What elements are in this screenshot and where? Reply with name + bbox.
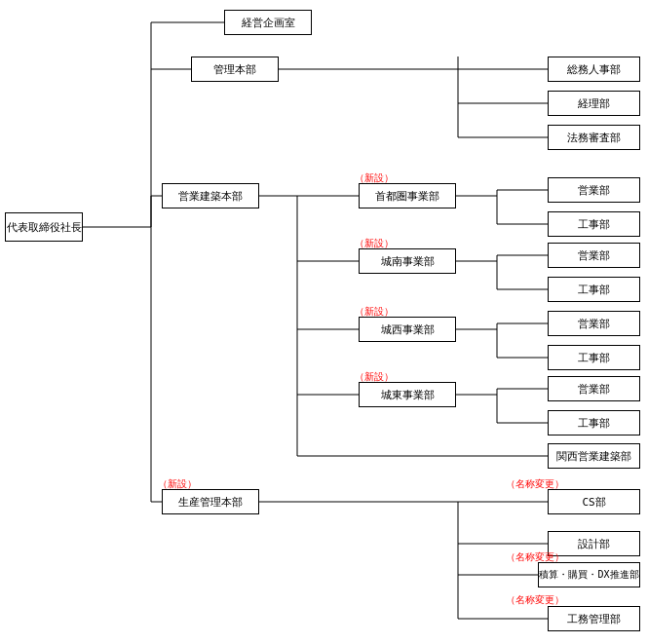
box-soumu: 総務人事部	[548, 57, 640, 82]
box-keiri: 経理部	[548, 91, 640, 116]
box-jonishi: 城西事業部	[359, 317, 456, 342]
box-johigashi-eigyo: 営業部	[548, 376, 640, 401]
box-kanri: 管理本部	[191, 57, 279, 82]
label-seisan-new: （新設）	[158, 477, 197, 491]
box-johigashi-koji: 工事部	[548, 410, 640, 436]
label-shuto-new: （新設）	[355, 171, 394, 185]
box-kikaku: 経営企画室	[224, 10, 312, 35]
box-seisan: 生産管理本部	[162, 489, 259, 514]
org-chart: 代表取締役社長 経営企画室 管理本部 総務人事部 経理部 法務審査部 営業建築本…	[0, 0, 648, 644]
box-jonan: 城南事業部	[359, 248, 456, 274]
label-cs-rename: （名称変更）	[506, 477, 564, 491]
box-shuto-koji: 工事部	[548, 211, 640, 237]
box-ceo: 代表取締役社長	[5, 212, 83, 242]
label-jonishi-new: （新設）	[355, 305, 394, 319]
box-shuto: 首都圏事業部	[359, 183, 456, 208]
label-sekisan-rename: （名称変更）	[506, 550, 564, 564]
label-komu-rename: （名称変更）	[506, 593, 564, 607]
box-jonishi-eigyo: 営業部	[548, 311, 640, 336]
label-johigashi-new: （新設）	[355, 370, 394, 384]
box-cs: CS部	[548, 489, 640, 514]
box-komu: 工務管理部	[548, 606, 640, 631]
label-jonan-new: （新設）	[355, 237, 394, 250]
box-shuto-eigyo: 営業部	[548, 177, 640, 203]
box-jonishi-koji: 工事部	[548, 345, 640, 370]
box-johigashi: 城東事業部	[359, 382, 456, 407]
box-eigyo-kenchiku: 営業建築本部	[162, 183, 259, 208]
box-jonan-koji: 工事部	[548, 277, 640, 302]
box-sekisan: 積算・購買・DX推進部	[538, 562, 640, 587]
box-jonan-eigyo: 営業部	[548, 243, 640, 268]
box-kansai: 関西営業建築部	[548, 443, 640, 469]
box-houmu: 法務審査部	[548, 125, 640, 150]
